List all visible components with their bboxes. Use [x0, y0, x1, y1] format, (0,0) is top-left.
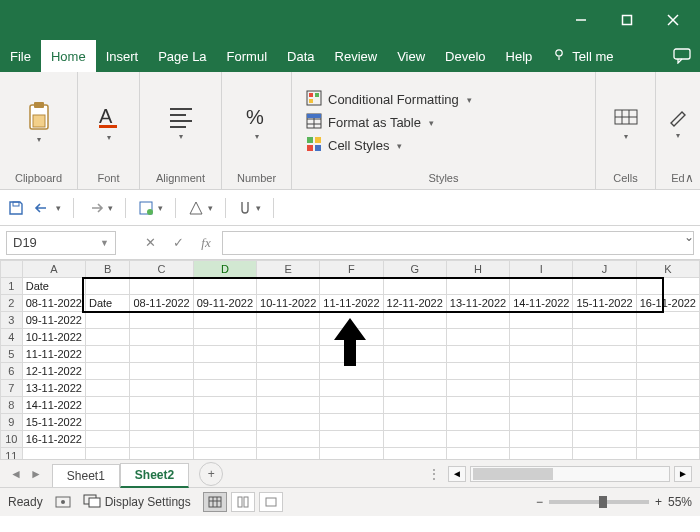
cell[interactable]: [22, 448, 85, 461]
cell[interactable]: [257, 363, 320, 380]
cell[interactable]: [85, 397, 129, 414]
cell[interactable]: Date: [85, 295, 129, 312]
cell[interactable]: 11-11-2022: [320, 295, 383, 312]
cell[interactable]: [573, 363, 636, 380]
row-header[interactable]: 3: [1, 312, 23, 329]
cell[interactable]: 15-11-2022: [22, 414, 85, 431]
tab-insert[interactable]: Insert: [96, 40, 149, 72]
cancel-formula-button[interactable]: ✕: [138, 235, 162, 250]
tab-developer[interactable]: Develo: [435, 40, 495, 72]
cell[interactable]: [130, 346, 193, 363]
cell[interactable]: [383, 414, 446, 431]
cell[interactable]: [573, 312, 636, 329]
cell[interactable]: [193, 380, 256, 397]
row-header[interactable]: 5: [1, 346, 23, 363]
h-scroll-thumb[interactable]: [473, 468, 553, 480]
cell[interactable]: [636, 278, 699, 295]
cell[interactable]: [257, 380, 320, 397]
cell[interactable]: [383, 363, 446, 380]
cell[interactable]: [446, 431, 509, 448]
cell[interactable]: 09-11-2022: [193, 295, 256, 312]
font-button[interactable]: A ▾: [92, 101, 126, 144]
cell[interactable]: [510, 414, 573, 431]
cell[interactable]: [257, 346, 320, 363]
cell[interactable]: [383, 397, 446, 414]
col-header-b[interactable]: B: [85, 261, 129, 278]
editing-button[interactable]: ▾: [664, 103, 692, 142]
comments-button[interactable]: [664, 40, 700, 72]
col-header-h[interactable]: H: [446, 261, 509, 278]
view-normal-button[interactable]: [203, 492, 227, 512]
number-button[interactable]: % ▾: [240, 102, 274, 143]
tab-help[interactable]: Help: [496, 40, 543, 72]
tab-data[interactable]: Data: [277, 40, 324, 72]
cell[interactable]: [130, 329, 193, 346]
cell[interactable]: [573, 448, 636, 461]
macro-record-button[interactable]: [55, 495, 71, 509]
sheet-tab-sheet2[interactable]: Sheet2: [120, 463, 189, 488]
cell[interactable]: [193, 278, 256, 295]
row-header[interactable]: 6: [1, 363, 23, 380]
cell[interactable]: [383, 329, 446, 346]
col-header-e[interactable]: E: [257, 261, 320, 278]
view-page-layout-button[interactable]: [231, 492, 255, 512]
cell[interactable]: [130, 363, 193, 380]
cell[interactable]: [85, 448, 129, 461]
col-header-k[interactable]: K: [636, 261, 699, 278]
col-header-c[interactable]: C: [130, 261, 193, 278]
cell[interactable]: [510, 397, 573, 414]
alignment-button[interactable]: ▾: [162, 102, 200, 143]
cell[interactable]: [573, 414, 636, 431]
tab-view[interactable]: View: [387, 40, 435, 72]
cell[interactable]: [636, 414, 699, 431]
col-header-a[interactable]: A: [22, 261, 85, 278]
save-button[interactable]: [8, 200, 24, 216]
cell[interactable]: 08-11-2022: [22, 295, 85, 312]
cell[interactable]: [193, 312, 256, 329]
zoom-slider[interactable]: [549, 500, 649, 504]
expand-formula-bar-button[interactable]: ⌄: [684, 230, 694, 244]
cell[interactable]: 14-11-2022: [22, 397, 85, 414]
row-header[interactable]: 2: [1, 295, 23, 312]
cell[interactable]: [573, 346, 636, 363]
cell[interactable]: [446, 278, 509, 295]
col-header-g[interactable]: G: [383, 261, 446, 278]
cell[interactable]: [573, 397, 636, 414]
cell[interactable]: [510, 448, 573, 461]
cell[interactable]: [320, 278, 383, 295]
tab-formulas[interactable]: Formul: [217, 40, 277, 72]
qat-item-1[interactable]: ▾: [138, 200, 163, 216]
formula-input[interactable]: [222, 231, 694, 255]
cell[interactable]: [636, 397, 699, 414]
new-sheet-button[interactable]: +: [199, 462, 223, 486]
cell[interactable]: 12-11-2022: [383, 295, 446, 312]
cell[interactable]: [320, 397, 383, 414]
zoom-slider-thumb[interactable]: [599, 496, 607, 508]
qat-item-2[interactable]: ▾: [188, 200, 213, 216]
cells-button[interactable]: ▾: [609, 102, 643, 143]
cell-styles-button[interactable]: Cell Styles▾: [306, 136, 402, 155]
cell[interactable]: [257, 312, 320, 329]
cell[interactable]: [130, 414, 193, 431]
cell[interactable]: 12-11-2022: [22, 363, 85, 380]
cell[interactable]: 15-11-2022: [573, 295, 636, 312]
cell[interactable]: 08-11-2022: [130, 295, 193, 312]
enter-formula-button[interactable]: ✓: [166, 235, 190, 250]
format-as-table-button[interactable]: Format as Table▾: [306, 113, 434, 132]
cell[interactable]: [257, 414, 320, 431]
cell[interactable]: [85, 278, 129, 295]
col-header-f[interactable]: F: [320, 261, 383, 278]
cell[interactable]: [130, 312, 193, 329]
cell[interactable]: [446, 397, 509, 414]
cell[interactable]: [85, 380, 129, 397]
cell[interactable]: [85, 312, 129, 329]
tab-review[interactable]: Review: [325, 40, 388, 72]
cell[interactable]: [85, 414, 129, 431]
redo-button[interactable]: ▾: [86, 201, 113, 215]
cell[interactable]: [636, 346, 699, 363]
cell[interactable]: [85, 363, 129, 380]
cell[interactable]: [510, 380, 573, 397]
tab-page-layout[interactable]: Page La: [148, 40, 216, 72]
cell[interactable]: [446, 312, 509, 329]
cell[interactable]: [573, 278, 636, 295]
